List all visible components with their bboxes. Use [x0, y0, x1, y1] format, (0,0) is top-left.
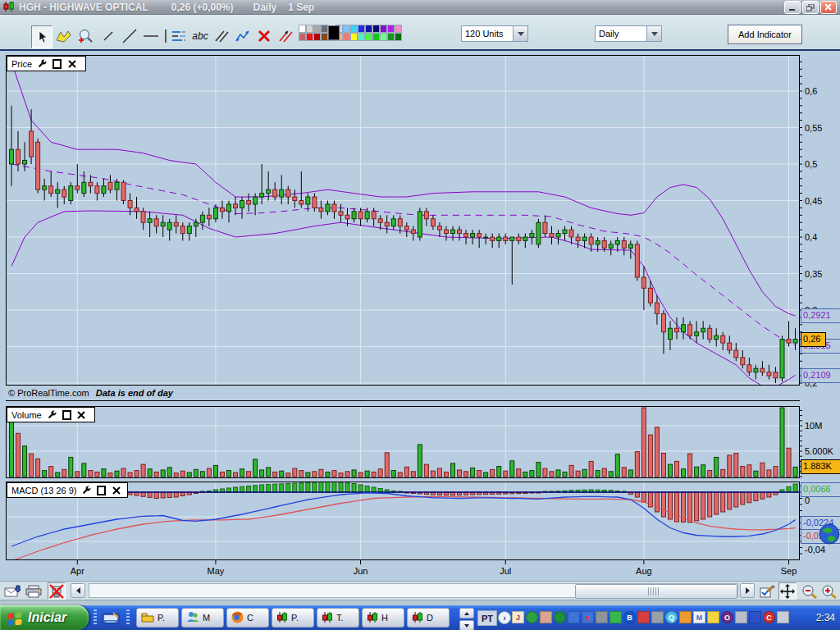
volume-maximize-icon[interactable]: [62, 410, 71, 419]
tray-network-offline-icon[interactable]: x: [582, 611, 594, 623]
palette-color-1414a0[interactable]: [365, 25, 372, 33]
taskband-grip[interactable]: [126, 609, 130, 626]
scrollbar-thumb[interactable]: [575, 584, 737, 599]
palette-color-78f896[interactable]: [380, 33, 387, 41]
tray-card-reader-icon[interactable]: [540, 611, 552, 623]
palette-color-d4d4d4[interactable]: [306, 25, 313, 33]
quicklaunch-tablet-icon[interactable]: [100, 609, 121, 627]
minimize-button[interactable]: [784, 1, 801, 14]
time-scrollbar[interactable]: [89, 583, 738, 598]
robot-disabled-button[interactable]: [48, 582, 66, 600]
price-maximize-icon[interactable]: [52, 59, 62, 68]
taskbar-clock[interactable]: 2:34: [816, 612, 835, 623]
price-panel-header[interactable]: Price: [7, 56, 86, 71]
tray-bluetooth-icon[interactable]: B: [623, 611, 636, 623]
palette-color-14c814[interactable]: [372, 33, 380, 41]
print-button[interactable]: [25, 582, 43, 600]
pan-mode-button[interactable]: [778, 582, 797, 600]
language-indicator[interactable]: PT: [477, 610, 497, 626]
tray-network-icon[interactable]: [568, 611, 580, 623]
price-close-icon[interactable]: [67, 59, 76, 68]
palette-color-f07878[interactable]: [343, 33, 350, 41]
email-button[interactable]: [3, 582, 21, 600]
channel-tool-icon[interactable]: [276, 25, 295, 47]
line-tool-icon[interactable]: [120, 25, 139, 47]
tray-display-icon[interactable]: [749, 611, 761, 623]
tray-messenger-offline-icon[interactable]: [637, 611, 650, 623]
units-select-arrow-icon[interactable]: [513, 26, 527, 41]
taskbar-scroll-down-button[interactable]: [459, 620, 474, 630]
zigzag-tool-icon[interactable]: [233, 25, 253, 47]
tray-quicktime-icon[interactable]: Q: [665, 611, 678, 623]
restore-button[interactable]: [802, 1, 819, 14]
chart-settings-button[interactable]: [759, 582, 777, 600]
units-select[interactable]: 120 Units: [461, 25, 528, 42]
volume-panel-header[interactable]: Volume: [7, 407, 95, 422]
taskbar-window-button-p[interactable]: P.: [136, 608, 179, 628]
start-button[interactable]: Iniciar: [0, 605, 89, 630]
palette-color-8414c8[interactable]: [380, 25, 387, 33]
palette-color-3cd2f0[interactable]: [350, 25, 358, 33]
tray-clipboard-icon[interactable]: [777, 611, 789, 623]
taskbar-window-button-t[interactable]: T.: [317, 608, 359, 628]
alarm-tool-icon[interactable]: [54, 25, 74, 47]
palette-color-ffffff[interactable]: [299, 25, 306, 33]
taskbar-window-button-m[interactable]: M: [181, 608, 224, 628]
palette-color-f8f814[interactable]: [350, 33, 358, 41]
volume-panel[interactable]: [6, 406, 800, 478]
tray-mail-icon[interactable]: M: [693, 611, 705, 623]
palette-color-6c6c6c[interactable]: [321, 25, 328, 33]
palette-color-f01414[interactable]: [306, 33, 313, 41]
tray-globe-icon[interactable]: [554, 611, 566, 623]
scroll-left-button[interactable]: [71, 583, 85, 598]
macd-panel-header[interactable]: MACD (13 26 9): [7, 482, 128, 498]
macd-maximize-icon[interactable]: [97, 486, 106, 495]
taskbar-window-button-h[interactable]: H: [362, 608, 404, 628]
palette-color-c86464[interactable]: [299, 33, 306, 41]
delete-tool-icon[interactable]: [254, 25, 274, 47]
price-settings-wrench-icon[interactable]: [38, 59, 47, 68]
tray-notes-icon[interactable]: [707, 611, 719, 623]
palette-color-7ec4f8[interactable]: [343, 25, 350, 33]
macd-close-icon[interactable]: [112, 486, 121, 495]
zoom-in-button[interactable]: [820, 582, 838, 600]
horizontal-line-tool-icon[interactable]: [141, 25, 161, 47]
parallel-lines-tool-icon[interactable]: [212, 25, 231, 47]
scroll-right-button[interactable]: [740, 583, 755, 598]
tray-expand-chevron-icon[interactable]: ›: [498, 611, 511, 624]
palette-color-000000[interactable]: [328, 25, 340, 40]
taskbar-window-button-c[interactable]: C: [226, 608, 269, 628]
quicklaunch-grip[interactable]: [94, 609, 97, 626]
text-tool-button[interactable]: abc: [190, 25, 210, 47]
palette-color-50f0c8[interactable]: [358, 33, 365, 41]
tray-orb-icon[interactable]: [526, 611, 538, 623]
tray-camera-icon[interactable]: [651, 611, 664, 623]
zoom-lens-tool-icon[interactable]: [75, 25, 95, 47]
palette-color-b40000[interactable]: [313, 33, 321, 41]
title-bar[interactable]: HGH - HIGHWAVE OPTICAL 0,26 (+0,00%) Dai…: [0, 0, 840, 15]
palette-color-a8a8a8[interactable]: [313, 25, 321, 33]
tray-java-icon[interactable]: J: [512, 611, 524, 623]
period-select-arrow-icon[interactable]: [646, 26, 661, 41]
tray-volume-icon[interactable]: [596, 611, 608, 623]
palette-color-2828e8[interactable]: [358, 25, 365, 33]
palette-color-149614[interactable]: [387, 33, 395, 41]
segment-tool-icon[interactable]: [98, 25, 118, 47]
volume-settings-wrench-icon[interactable]: [48, 410, 57, 419]
taskbar-window-button-d[interactable]: D: [407, 608, 450, 628]
palette-color-8c4614[interactable]: [321, 33, 328, 41]
period-select[interactable]: Daily: [595, 25, 662, 42]
select-tool-button[interactable]: [31, 25, 52, 48]
palette-color-f08cc8[interactable]: [395, 25, 402, 33]
tray-touch-icon[interactable]: [679, 611, 692, 623]
order-book-tool-icon[interactable]: [169, 25, 189, 47]
palette-color-b41ee6[interactable]: [387, 25, 395, 33]
palette-color-50f050[interactable]: [365, 33, 372, 41]
macd-settings-wrench-icon[interactable]: [82, 486, 91, 495]
tray-recycle-icon[interactable]: [735, 611, 747, 623]
palette-color-0a6e0a[interactable]: [395, 33, 402, 41]
tray-sync-icon[interactable]: C: [763, 611, 775, 623]
add-indicator-button[interactable]: Add Indicator: [728, 25, 802, 44]
taskbar-window-button-p[interactable]: P.: [272, 608, 314, 628]
price-panel[interactable]: [6, 55, 800, 390]
